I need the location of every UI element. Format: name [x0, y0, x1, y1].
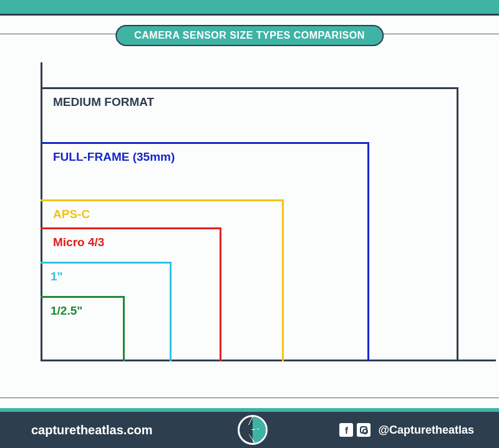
- facebook-icon: f: [339, 423, 353, 437]
- sensor-size-diagram: MEDIUM FORMAT FULL-FRAME (35mm) APS-C Mi…: [41, 62, 477, 361]
- sensor-label-one-inch: 1": [51, 270, 63, 284]
- brand-logo-icon: [238, 415, 268, 445]
- footer-social: f @Capturetheatlas: [278, 423, 499, 437]
- sensor-label-one-over-2-5-inch: 1/2.5": [51, 304, 82, 318]
- sensor-label-aps-c: APS-C: [53, 207, 90, 221]
- footer: capturetheatlas.com f @Capturetheatlas: [0, 408, 499, 448]
- sensor-label-full-frame: FULL-FRAME (35mm): [53, 150, 175, 164]
- sensor-rect-one-over-2-5-inch: 1/2.5": [41, 296, 125, 361]
- page-title: CAMERA SENSOR SIZE TYPES COMPARISON: [115, 25, 384, 46]
- footer-social-handle: @Capturetheatlas: [378, 424, 474, 437]
- header-accent-band: [0, 0, 499, 16]
- footer-site-url: capturetheatlas.com: [0, 423, 228, 437]
- sensor-label-micro-four-thirds: Micro 4/3: [53, 236, 104, 249]
- sensor-label-medium-format: MEDIUM FORMAT: [53, 95, 154, 109]
- divider-bottom: [0, 398, 499, 398]
- footer-logo-wrap: [228, 415, 278, 445]
- instagram-icon: [357, 423, 371, 437]
